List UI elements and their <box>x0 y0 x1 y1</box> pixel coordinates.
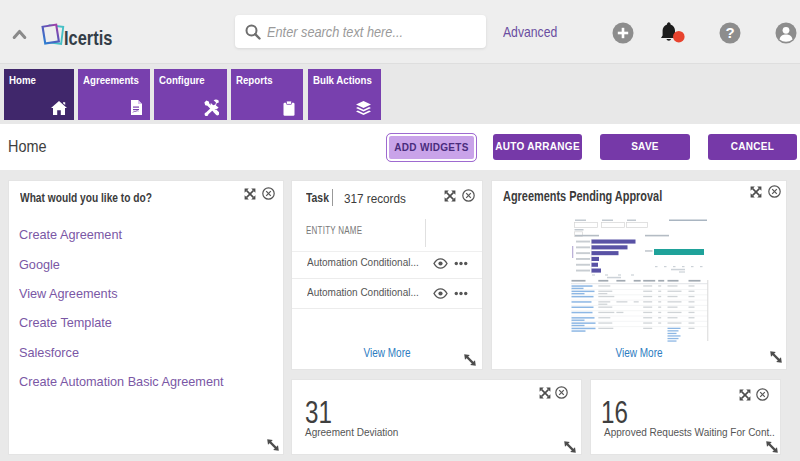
svg-text:?: ? <box>725 24 734 41</box>
